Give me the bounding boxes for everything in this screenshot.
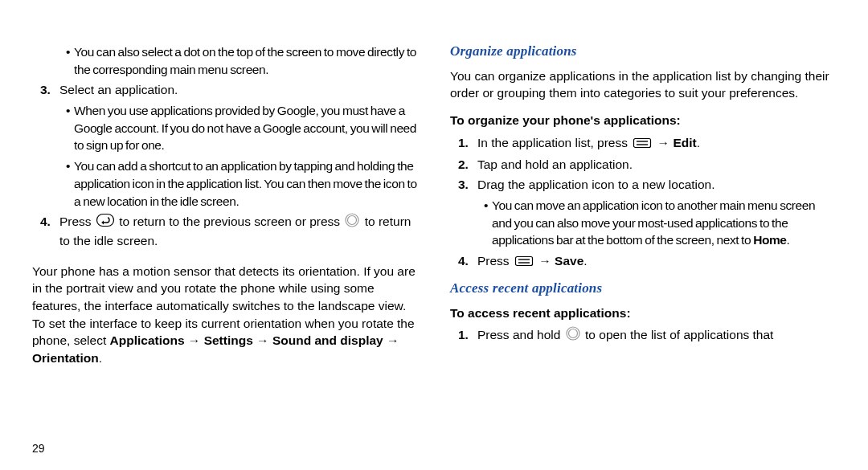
para-text-c: . bbox=[99, 351, 102, 365]
step-text-c: Save bbox=[555, 254, 583, 268]
list-item: 1. In the application list, press → Edit… bbox=[450, 134, 836, 153]
step-text-d: . bbox=[697, 136, 700, 149]
svg-point-2 bbox=[348, 216, 357, 225]
step-text-c: Edit bbox=[673, 136, 696, 149]
list-item: 1. Press and hold to open the list of ap… bbox=[450, 326, 836, 345]
list-item: When you use applications provided by Go… bbox=[32, 102, 418, 154]
step-text-a: Press and hold bbox=[477, 328, 564, 341]
step-number: 2. bbox=[458, 156, 469, 174]
menu-icon bbox=[515, 253, 533, 271]
step-text: Select an application. bbox=[59, 83, 178, 96]
step-text: Tap and hold an application. bbox=[477, 157, 633, 171]
orientation-paragraph: Your phone has a motion sensor that dete… bbox=[32, 263, 418, 367]
menu-icon bbox=[633, 135, 651, 153]
step-text-a: Press bbox=[477, 254, 513, 268]
list-item: 3. Drag the application icon to a new lo… bbox=[450, 176, 836, 194]
back-icon bbox=[96, 214, 114, 231]
svg-point-10 bbox=[568, 329, 577, 338]
list-item: 3. Select an application. bbox=[32, 81, 418, 99]
subheading-organize: To organize your phone's applications: bbox=[450, 112, 836, 129]
svg-rect-6 bbox=[515, 257, 532, 266]
list-item: 2. Tap and hold an application. bbox=[450, 156, 836, 174]
list-item: You can add a shortcut to an application… bbox=[32, 157, 418, 210]
step-text-b: → bbox=[538, 254, 555, 268]
subheading-recent: To access recent applications: bbox=[450, 304, 836, 322]
page-number: 29 bbox=[32, 441, 45, 457]
step-text-a: In the application list, press bbox=[477, 136, 631, 149]
step-text-a: Press bbox=[59, 215, 95, 228]
page: You can also select a dot on the top of … bbox=[0, 0, 868, 470]
list-item: 4. Press → Save. bbox=[450, 252, 836, 271]
step-text-b: to return to the previous screen or pres… bbox=[119, 215, 343, 228]
step-text-b: → bbox=[657, 136, 674, 149]
list-item: You can also select a dot on the top of … bbox=[32, 43, 418, 78]
bullet-list-top: You can also select a dot on the top of … bbox=[32, 43, 418, 78]
list-item: You can move an application icon to anot… bbox=[450, 197, 836, 249]
step-number: 3. bbox=[40, 81, 51, 99]
right-column: Organize applications You can organize a… bbox=[450, 40, 836, 446]
organize-steps: 1. In the application list, press → Edit… bbox=[450, 134, 836, 194]
step-number: 1. bbox=[458, 326, 469, 344]
bullet-list-mid: When you use applications provided by Go… bbox=[32, 102, 418, 210]
home-icon bbox=[345, 213, 359, 232]
step-text-d: . bbox=[583, 254, 587, 268]
step-number: 4. bbox=[458, 252, 469, 270]
step-number: 1. bbox=[458, 134, 469, 152]
left-column: You can also select a dot on the top of … bbox=[32, 40, 418, 446]
bullet-text-b: Home bbox=[753, 233, 786, 247]
bullet-text-c: . bbox=[787, 233, 790, 247]
section-title-recent: Access recent applications bbox=[450, 279, 836, 298]
step-3: 3. Select an application. bbox=[32, 81, 418, 99]
home-icon bbox=[566, 326, 580, 345]
organize-step-4: 4. Press → Save. bbox=[450, 252, 836, 271]
step-text-b: to open the list of applications that bbox=[585, 328, 773, 341]
intro-text: You can organize applications in the app… bbox=[450, 67, 836, 102]
step-4: 4. Press to return to the previous scree… bbox=[32, 213, 418, 249]
svg-rect-0 bbox=[96, 215, 113, 227]
step-number: 3. bbox=[458, 176, 469, 194]
step-text: Drag the application icon to a new locat… bbox=[477, 178, 715, 191]
organize-bullets: You can move an application icon to anot… bbox=[450, 197, 836, 249]
list-item: 4. Press to return to the previous scree… bbox=[32, 213, 418, 249]
section-title-organize: Organize applications bbox=[450, 42, 836, 61]
step-number: 4. bbox=[40, 213, 51, 231]
svg-rect-3 bbox=[634, 138, 651, 147]
recent-steps: 1. Press and hold to open the list of ap… bbox=[450, 326, 836, 345]
